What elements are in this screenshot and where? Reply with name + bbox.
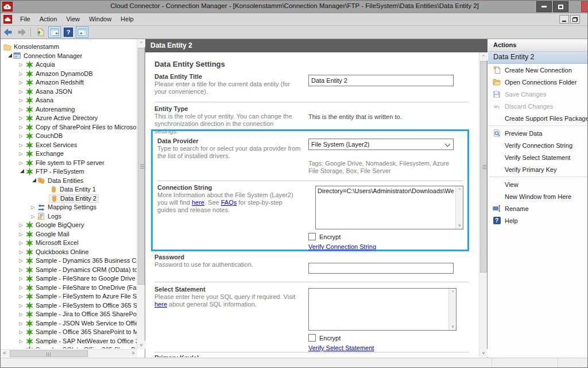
expand-toggle-icon[interactable]: ▷ [17,346,25,348]
tree-item-file-sytem-to-ftp-server[interactable]: ▷File sytem to FTP server [1,159,137,168]
tree-item-copy-of-sharepoint-files-to-microsoft-s[interactable]: ▷Copy of SharePoint Files to Microsoft S [1,123,137,132]
export-list-button[interactable] [34,26,47,38]
tree-item-sample-office-365-sharepoint-to-micr[interactable]: ▷Sample - Office 365 SharePoint to Micr [1,328,137,337]
expand-toggle-icon[interactable]: ▷ [17,87,25,96]
textarea-scrollbar[interactable]: ^ v [455,186,463,229]
tree-item-sample-sql-to-office-365-sharepoint[interactable]: ▷Sample - SQL to Office 365 SharePoint [1,346,137,348]
tree-item-konsolenstamm[interactable]: Konsolenstamm [1,43,137,52]
data-provider-select[interactable]: File System (Layer2) [308,139,454,150]
expand-toggle-icon[interactable]: ▷ [17,78,25,87]
tree-item-data-entity-2[interactable]: Data Entity 2 [1,194,137,204]
data-entity-title-input[interactable] [308,75,454,86]
scroll-up-icon[interactable]: ^ [479,52,488,60]
scroll-down-icon[interactable]: v [137,341,145,349]
main-vertical-scrollbar[interactable]: ^ v [479,52,487,357]
tree-item-amazon-dynamodb[interactable]: ▷Amazon DynamoDB [1,70,137,79]
expand-toggle-icon[interactable]: ▷ [17,70,25,78]
tree-item-sample-filesystem-to-office-365-shar[interactable]: ▷Sample - FileSystem to Office 365 Shar [1,301,137,310]
tree-item-data-entities[interactable]: Data Entities [1,177,137,186]
menu-help[interactable]: Help [116,13,138,26]
tree-item-logs[interactable]: ▷Logs [1,212,137,221]
select-statement-textarea[interactable]: ^ v [308,288,457,331]
tree-horizontal-scrollbar[interactable]: < > [1,349,137,357]
verify-connection-string-link[interactable]: Verify Connection String [308,243,376,250]
scroll-left-icon[interactable]: < [1,350,9,358]
tree-item-data-entity-1[interactable]: Data Entity 1 [1,185,137,194]
expand-toggle-icon[interactable]: ▷ [17,230,25,239]
scroll-up-icon[interactable]: ^ [456,186,463,193]
scroll-right-icon[interactable]: > [129,350,137,358]
expand-toggle-icon[interactable]: ▷ [17,337,25,346]
menu-file[interactable]: File [16,13,35,26]
show-hide-action-pane-button[interactable] [76,26,88,38]
collapse-toggle-icon[interactable] [17,167,25,176]
tree-item-sample-filesystem-to-azure-file-stora[interactable]: ▷Sample - FileSystem to Azure File Stora [1,292,137,301]
expand-toggle-icon[interactable]: ▷ [17,266,25,274]
tree-item-google-bigquery[interactable]: ▷Google BigQuery [1,221,137,230]
expand-toggle-icon[interactable]: ▷ [17,150,25,158]
menu-view[interactable]: View [61,13,84,26]
collapse-toggle-icon[interactable] [5,52,13,60]
action-help[interactable]: ?Help [488,214,588,227]
tree-item-acquia[interactable]: ▷Acquia [1,60,137,70]
action-verify-connection-string[interactable]: Verify Connection String [488,139,588,151]
tree-hscrollbar-thumb[interactable] [10,350,88,357]
expand-toggle-icon[interactable]: ▷ [29,212,37,221]
scroll-up-icon[interactable]: ^ [449,289,457,296]
menu-action[interactable]: Action [35,13,62,26]
action-verify-select-statement[interactable]: Verify Select Statement [488,151,588,163]
tree-item-autorenaming[interactable]: ▷Autorenaming [1,105,137,114]
expand-toggle-icon[interactable]: ▷ [17,301,25,310]
minimize-button[interactable] [536,1,552,12]
action-rename[interactable]: Rename [488,202,588,214]
tree-item-google-mail[interactable]: ▷Google Mail [1,230,137,239]
faqs-link[interactable]: FAQs [221,199,237,206]
tree-item-quickbooks-online[interactable]: ▷Quickbooks Online [1,248,137,257]
select-statement-encrypt-checkbox[interactable] [308,334,316,342]
expand-toggle-icon[interactable]: ▷ [17,274,25,283]
action-open-connections-folder[interactable]: Open Connections Folder [488,76,588,88]
action-verify-primary-key[interactable]: Verify Primary Key [488,163,588,175]
expand-toggle-icon[interactable]: ▷ [17,310,25,319]
tree-item-exchange[interactable]: ▷Exchange [1,150,137,159]
connection-string-textarea[interactable]: Directory=C:\Users\Administrator\Downloa… [315,186,463,229]
tree-item-sample-fileshare-to-google-drive[interactable]: ▷Sample - FileShare to Google Drive [1,274,137,283]
tree-item-azure-active-directory[interactable]: ▷Azure Active Directory [1,114,137,123]
scroll-up-icon[interactable]: ^ [137,39,145,47]
expand-toggle-icon[interactable]: ▷ [17,239,25,247]
action-create-new-connection[interactable]: Create New Connection [488,64,588,76]
action-create-support-files-package[interactable]: Create Support Files Package [488,112,588,124]
here-link[interactable]: here [192,199,204,206]
tree-item-sample-dynamics-365-business-centr[interactable]: ▷Sample - Dynamics 365 Business Centr [1,256,137,266]
expand-toggle-icon[interactable]: ▷ [17,141,25,150]
main-scrollbar-thumb[interactable] [480,61,487,273]
tree-item-sample-json-web-service-to-office-3[interactable]: ▷Sample - JSON Web Service to Office 3 [1,319,137,328]
show-hide-console-tree-button[interactable] [48,26,61,38]
tree-item-sample-dynamics-crm-odata-to-of[interactable]: ▷Sample - Dynamics CRM (OData) to Of [1,266,137,275]
connection-string-encrypt-checkbox[interactable] [308,233,316,240]
child-restore-button[interactable] [570,15,580,24]
maximize-button[interactable] [553,1,568,12]
tree-item-asana[interactable]: ▷Asana [1,96,137,105]
action-view[interactable]: View [488,178,588,190]
expand-toggle-icon[interactable]: ▷ [17,292,25,301]
expand-toggle-icon[interactable]: ▷ [17,132,25,140]
tree-item-mapping-settings[interactable]: ▷Mapping Settings [1,203,137,212]
action-new-window-from-here[interactable]: New Window from Here [488,190,588,202]
tree-item-microsoft-excel[interactable]: ▷Microsoft Excel [1,239,137,248]
expand-toggle-icon[interactable]: ▷ [17,221,25,229]
back-button[interactable] [2,26,14,38]
child-minimize-button[interactable] [559,15,569,24]
tree-item-sample-fileshare-to-onedrive-fastfil[interactable]: ▷Sample - FileShare to OneDrive (FastFil [1,283,137,293]
expand-toggle-icon[interactable]: ▷ [17,283,25,292]
expand-toggle-icon[interactable]: ▷ [17,248,25,256]
tree-item-excel-services[interactable]: ▷Excel Services [1,141,137,150]
scroll-down-icon[interactable]: v [479,349,488,357]
tree-item-connection-manager[interactable]: Connection Manager [1,52,137,61]
expand-toggle-icon[interactable]: ▷ [17,159,25,167]
tree-scrollbar-thumb[interactable] [138,48,145,285]
scroll-down-icon[interactable]: v [449,323,457,330]
menu-window[interactable]: Window [84,13,116,26]
tree-item-couchdb[interactable]: ▷CouchDB [1,132,137,141]
textarea-scrollbar[interactable]: ^ v [448,289,456,330]
